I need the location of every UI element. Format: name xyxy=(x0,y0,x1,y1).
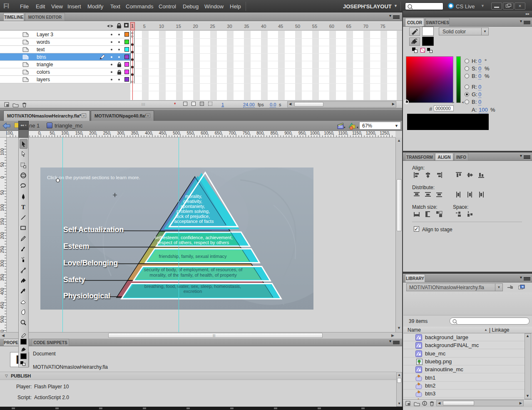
svg-text:250: 250 xyxy=(0,246,5,253)
svg-text:T: T xyxy=(21,204,25,210)
svg-text:50: 50 xyxy=(0,190,5,195)
svg-text:1000: 1000 xyxy=(310,131,320,135)
svg-text:50: 50 xyxy=(50,131,55,135)
svg-text:morality, of the family, of he: morality, of the family, of health, of p… xyxy=(149,272,237,278)
svg-text:0: 0 xyxy=(38,131,40,135)
svg-text:0: 0 xyxy=(0,176,5,179)
svg-text:300: 300 xyxy=(0,260,5,267)
svg-text:Love/Belonging: Love/Belonging xyxy=(63,259,118,267)
svg-text:750: 750 xyxy=(243,131,250,135)
svg-text:100: 100 xyxy=(0,204,5,211)
svg-text:Self Actualization: Self Actualization xyxy=(63,225,124,234)
svg-text:800: 800 xyxy=(256,131,264,135)
svg-text:200: 200 xyxy=(89,131,96,135)
svg-text:creativity,: creativity, xyxy=(183,199,202,204)
svg-text:450: 450 xyxy=(0,302,5,309)
svg-text:100: 100 xyxy=(61,131,68,135)
svg-text:500: 500 xyxy=(0,316,5,323)
svg-text:850: 850 xyxy=(271,131,278,135)
svg-text:450: 450 xyxy=(159,131,166,135)
svg-text:Esteem: Esteem xyxy=(63,242,89,250)
svg-text:excretion: excretion xyxy=(184,289,202,294)
svg-text:650: 650 xyxy=(215,131,222,135)
svg-text:security of body, of employmen: security of body, of employment, of reso… xyxy=(144,267,243,272)
svg-text:breathing, food, water, sex, s: breathing, food, water, sex, sleep, home… xyxy=(144,284,241,289)
svg-text:1250: 1250 xyxy=(380,131,389,135)
svg-text:lack of prejudice,: lack of prejudice, xyxy=(176,214,210,219)
svg-text:50: 50 xyxy=(0,162,5,167)
svg-text:900: 900 xyxy=(284,131,291,135)
svg-text:350: 350 xyxy=(0,274,5,281)
svg-text:150: 150 xyxy=(0,218,5,225)
svg-text:spontaniety,: spontaniety, xyxy=(181,204,205,209)
svg-text:self-esteem, confidence, achie: self-esteem, confidence, achievement, xyxy=(154,235,233,240)
svg-text:300: 300 xyxy=(117,131,124,135)
svg-text:200: 200 xyxy=(0,232,5,239)
svg-text:500: 500 xyxy=(173,131,180,135)
svg-text:Physiological: Physiological xyxy=(63,292,110,300)
svg-text:morality,: morality, xyxy=(185,194,202,199)
svg-text:acceptance of facts: acceptance of facts xyxy=(174,219,214,224)
svg-text:950: 950 xyxy=(298,131,306,135)
svg-text:Click on the pyramid sections: Click on the pyramid sections to learn m… xyxy=(47,175,140,180)
svg-text:100: 100 xyxy=(0,148,5,155)
svg-text:600: 600 xyxy=(201,131,208,135)
svg-text:400: 400 xyxy=(0,288,5,295)
svg-text:250: 250 xyxy=(103,131,110,135)
svg-text:problem solving,: problem solving, xyxy=(177,209,210,214)
svg-text:1200: 1200 xyxy=(366,131,375,135)
svg-text:1050: 1050 xyxy=(324,131,333,135)
svg-text:350: 350 xyxy=(131,131,138,135)
svg-text:400: 400 xyxy=(145,131,152,135)
svg-text:1100: 1100 xyxy=(338,131,347,135)
svg-text:550: 550 xyxy=(187,131,194,135)
svg-text:Safety: Safety xyxy=(63,275,85,284)
svg-text:friendship, family, sexual int: friendship, family, sexual intimacy xyxy=(159,254,227,259)
svg-text:respect of others, respect by: respect of others, respect by others xyxy=(157,240,229,245)
svg-text:150: 150 xyxy=(75,131,82,135)
svg-text:700: 700 xyxy=(229,131,236,135)
svg-text:1150: 1150 xyxy=(352,131,361,135)
